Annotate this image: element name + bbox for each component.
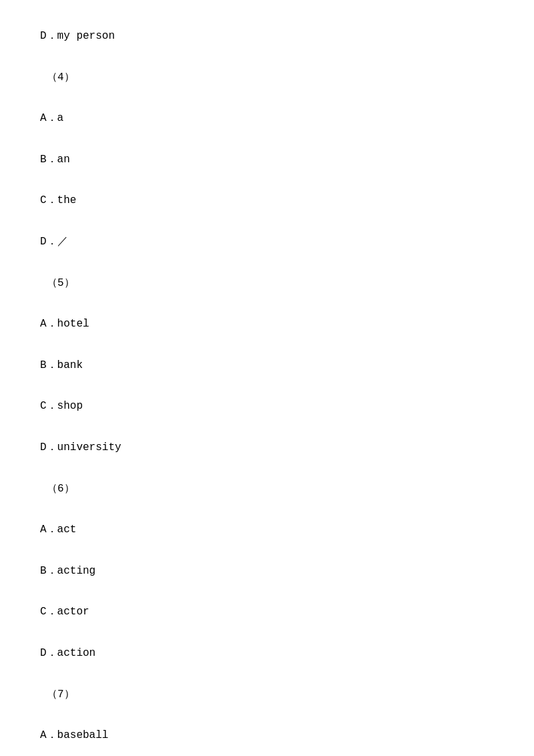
content-line	[40, 47, 494, 67]
content-line	[40, 459, 494, 478]
content-line: D．university	[40, 438, 494, 457]
content-line	[40, 212, 494, 231]
content-line: D．action	[40, 644, 494, 663]
content-line: （4）	[47, 68, 494, 87]
content-line: （7）	[47, 685, 494, 705]
content-line: A．a	[40, 109, 494, 128]
content-line: C．actor	[40, 602, 494, 622]
content-line: D．／	[40, 232, 494, 252]
content-line	[40, 500, 494, 519]
content-line: A．act	[40, 520, 494, 540]
content-line	[40, 623, 494, 642]
content-line	[40, 665, 494, 684]
content-line	[40, 253, 494, 272]
content-line: B．bank	[40, 356, 494, 375]
content-line	[40, 88, 494, 108]
content-line	[40, 335, 494, 355]
content-line	[40, 377, 494, 396]
content-line	[40, 171, 494, 190]
content-line: （5）	[47, 274, 494, 293]
content-line	[40, 582, 494, 602]
content-line: B．acting	[40, 562, 494, 581]
page-content: D．my person （4） A．a B．an C．the D．／ （5） A…	[0, 0, 534, 756]
content-line: C．the	[40, 191, 494, 210]
content-line: C．shop	[40, 397, 494, 416]
content-line	[40, 705, 494, 725]
content-line: （6）	[47, 480, 494, 499]
content-line: B．an	[40, 150, 494, 170]
content-line	[40, 541, 494, 560]
content-line	[40, 294, 494, 313]
content-line: A．hotel	[40, 315, 494, 334]
content-line	[40, 417, 494, 437]
content-line	[40, 130, 494, 149]
content-line: D．my person	[40, 27, 494, 46]
content-line: A．baseball	[40, 726, 494, 745]
content-line	[40, 747, 494, 756]
